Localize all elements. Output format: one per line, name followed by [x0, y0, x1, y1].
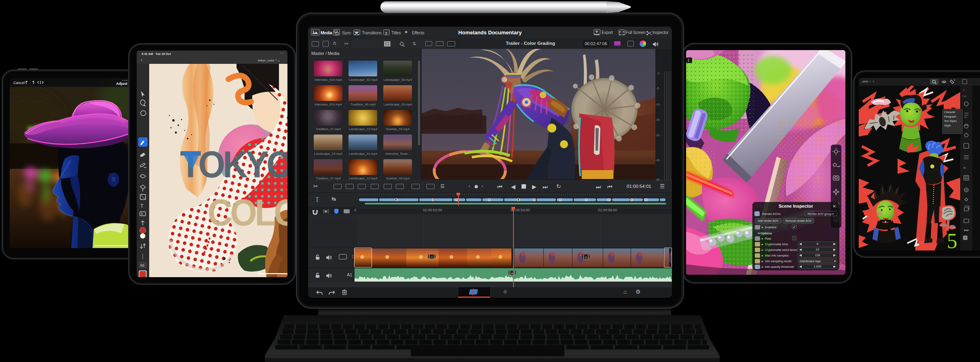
- svg-text:5: 5: [947, 229, 957, 250]
- svg-text:f: f: [963, 89, 964, 92]
- svg-text:COLO: COLO: [207, 192, 287, 234]
- svg-text:Cancel: Cancel: [13, 81, 25, 85]
- svg-text:i: i: [688, 58, 689, 63]
- svg-text:4 pt: 4 pt: [962, 95, 966, 97]
- svg-text:T: T: [140, 203, 144, 209]
- svg-text:fx: fx: [963, 166, 966, 170]
- svg-text:66: 66: [140, 263, 144, 267]
- svg-text:T: T: [385, 32, 388, 36]
- svg-text:TOKYO: TOKYO: [180, 144, 287, 185]
